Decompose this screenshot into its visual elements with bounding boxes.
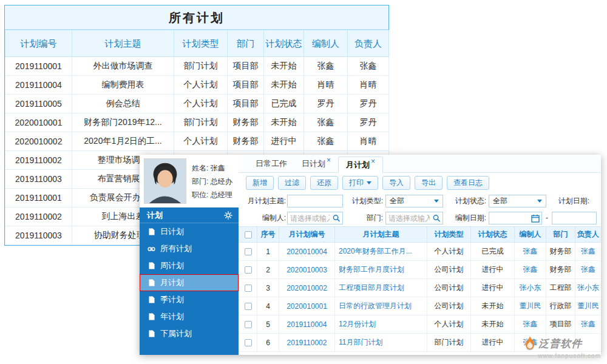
plan-type-label: 计划类型: [344,195,383,207]
column-header: 序号 [257,227,279,243]
plan-code-link[interactable]: 2020010002 [279,279,335,297]
plan-subject-link[interactable]: 财务部工作月度计划 [335,261,427,279]
gear-icon[interactable] [224,211,232,220]
compiler-link[interactable]: 张鑫 [515,315,546,334]
table-row[interactable]: 42020010001日常的行政管理月计划公司计划未开始董川民行政部董川民 [239,297,602,315]
plan-subject-link[interactable]: 12月份计划 [335,315,427,334]
owner-link[interactable]: 张小东 [575,279,602,297]
plan-code-link[interactable]: 2020010003 [279,261,335,279]
table-row[interactable]: 2020010001财务部门2019年12...部门计划财务部未开始张鑫罗丹 [5,113,389,132]
search-icon[interactable] [332,214,341,222]
table-row[interactable]: 2019110004编制费用表个人计划项目部未开始肖晴肖晴 [5,76,389,95]
sidebar-item-all-plans[interactable]: 所有计划 [140,240,239,257]
import-button[interactable]: 导入 [382,176,410,190]
compiler-link[interactable]: 张鑫 [515,261,546,279]
brand-url: www.fanpusoft.com [523,352,601,359]
plan-type: 个人计划 [427,243,471,261]
calendar-icon[interactable] [531,214,540,223]
compile-date-end-input[interactable] [552,212,596,224]
plan-subject-link[interactable]: 工程项目部月度计划 [335,279,427,297]
plan-status: 已完成 [471,243,515,261]
compile-date-input[interactable] [489,212,531,224]
sidebar-item-daily-plan[interactable]: 日计划 [140,223,239,240]
view-log-button[interactable]: 查看日志 [447,176,489,190]
plan-status: 进行中 [471,334,515,352]
compiler-link[interactable]: 董川民 [515,297,546,315]
profile-info: 姓名: 张鑫 部门: 总经办 职位: 总经理 [186,158,232,204]
plan-type-select[interactable]: 全部 [385,195,443,207]
button-label: 导出 [421,178,436,188]
export-button[interactable]: 导出 [415,176,443,190]
sidebar-item-monthly-plan[interactable]: 月计划 [140,274,239,291]
compile-date-input-wrap [489,212,542,224]
row-checkbox[interactable] [245,266,252,274]
sidebar-item-subordinate-plans[interactable]: 下属计划 [140,325,239,342]
plan-code-link[interactable]: 2020010004 [279,243,335,261]
compiler-input-wrap [287,212,343,224]
dept-input[interactable] [386,212,432,224]
chevron-down-icon [367,181,371,184]
row-checkbox[interactable] [245,285,252,292]
plan-code-link[interactable]: 2019110002 [279,334,335,352]
document-icon [148,262,155,269]
filter-button[interactable]: 过滤 [278,176,306,190]
compiler-link[interactable]: 张鑫 [515,243,546,261]
table-row[interactable]: 22020010003财务部工作月度计划公司计划进行中张鑫财务部张鑫 [239,261,602,279]
link-icon [148,246,155,252]
column-header: 计划主题 [72,30,174,57]
add-button[interactable]: 新增 [246,176,274,190]
button-label: 过滤 [285,178,299,188]
row-checkbox[interactable] [245,321,252,328]
button-label: 打印 [349,178,364,188]
plan-code-link[interactable]: 2020010001 [279,297,335,315]
sidebar-item-weekly-plan[interactable]: 周计划 [140,257,239,274]
tab-daily-plan[interactable]: 日计划× [294,156,338,172]
row-checkbox[interactable] [245,248,252,255]
column-header: 月计划编号 [279,227,335,243]
plan-date-label: 计划日期: [551,195,589,207]
restore-button[interactable]: 还原 [310,176,338,190]
compile-date-end-input-wrap [552,212,597,224]
watermark: 泛普软件 www.fanpusoft.com [523,335,601,359]
sidebar-item-label: 周计划 [160,260,184,271]
plan-code-link[interactable]: 2019110004 [279,315,335,334]
tab-daily-work[interactable]: 日常工作 [248,156,294,172]
plan-dept: 项目部 [546,315,575,334]
row-checkbox[interactable] [245,303,252,310]
sidebar-item-quarterly-plan[interactable]: 季计划 [140,291,239,308]
column-header: 计划类型 [427,227,471,243]
select-all-checkbox[interactable] [245,231,252,238]
owner-link[interactable]: 张鑫 [575,315,602,334]
plan-subject-link[interactable]: 11月部门计划 [335,334,427,352]
table-row[interactable]: 20200100022020年1月2日的工...个人计划财务部进行中张鑫肖晴 [5,132,389,151]
table-row[interactable]: 120200100042020年财务部工作月...个人计划已完成张鑫财务部张鑫 [239,243,602,261]
sidebar-item-annual-plan[interactable]: 年计划 [140,308,239,325]
owner-link[interactable]: 张鑫 [575,261,602,279]
row-index: 2 [257,261,279,279]
print-button[interactable]: 打印 [342,176,378,190]
plan-subject-link[interactable]: 日常的行政管理月计划 [335,297,427,315]
owner-link[interactable]: 董川民 [575,297,602,315]
tab-monthly-plan[interactable]: 月计划× [338,157,383,173]
compiler-input[interactable] [288,212,332,224]
subject-label: 月计划主题: [240,195,286,207]
plan-status-select[interactable]: 全部 [489,195,546,207]
compiler-link[interactable]: 张小东 [515,279,546,297]
sidebar: 姓名: 张鑫 部门: 总经办 职位: 总经理 计划 日计划所有计划周计划月计划季… [140,155,239,355]
row-checkbox[interactable] [245,339,252,346]
plan-subject-link[interactable]: 2020年财务部工作月... [335,243,427,261]
owner-link[interactable]: 张鑫 [575,243,602,261]
table-row[interactable]: 5201911000412月份计划个人计划未开始张鑫项目部张鑫 [239,315,602,334]
close-icon[interactable]: × [371,157,375,166]
table-row[interactable]: 2019110005例会总结个人计划项目部已完成罗丹罗丹 [5,95,389,113]
monthly-subject-input[interactable] [288,195,342,207]
table-row[interactable]: 2019110001外出做市场调查部门计划项目部未开始张鑫张鑫 [5,57,389,76]
plan-status: 未开始 [471,297,515,315]
brand-name: 泛普软件 [538,337,582,351]
dept-input-wrap [385,212,443,224]
search-icon[interactable] [432,214,441,222]
sidebar-item-label: 下属计划 [160,328,192,339]
tab-label: 日计划 [302,159,325,168]
table-row[interactable]: 32020010002工程项目部月度计划公司计划进行中张小东工程部张小东 [239,279,602,297]
close-icon[interactable]: × [327,156,331,164]
